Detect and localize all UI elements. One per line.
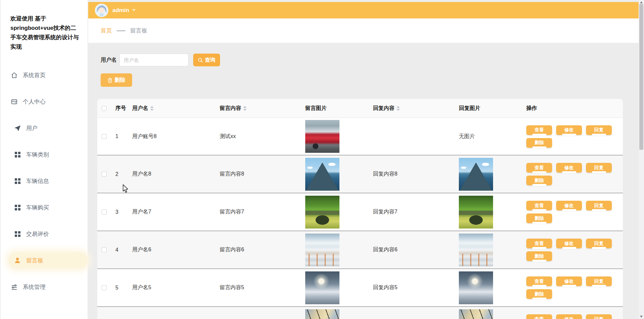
reply-button[interactable]: 回复 <box>586 314 612 319</box>
row-index: 2 <box>111 155 127 193</box>
scroll-down-icon[interactable] <box>640 316 643 318</box>
sidebar: 欢迎使用 基于springboot+vue技术的二手车交易管理系统的设计与实现 … <box>0 0 88 319</box>
sidebar-item-label: 车辆信息 <box>26 177 49 185</box>
row-index <box>111 307 127 319</box>
delete-button[interactable]: 删除 <box>526 289 552 299</box>
sidebar-item-1[interactable]: 个人中心 <box>0 93 88 110</box>
edit-button[interactable]: 修改 <box>556 125 582 135</box>
delete-row: 删除 <box>101 73 639 87</box>
avatar[interactable] <box>95 4 108 17</box>
sidebar-item-3[interactable]: 车辆类别 <box>0 146 88 163</box>
row-message-content: 测试xx <box>215 118 300 155</box>
sidebar-item-label: 个人中心 <box>23 98 46 106</box>
reply-button[interactable]: 回复 <box>586 239 612 248</box>
sidebar-item-8[interactable]: 系统管理 <box>0 279 88 295</box>
message-image <box>305 309 339 319</box>
breadcrumb: 首页 留言板 <box>88 18 639 43</box>
sort-icon[interactable] <box>396 106 400 111</box>
main-area: admin 首页 留言板 用户名 查询 <box>88 0 639 319</box>
view-button[interactable]: 查看 <box>526 239 552 248</box>
app-window: 欢迎使用 基于springboot+vue技术的二手车交易管理系统的设计与实现 … <box>0 0 644 319</box>
reply-button[interactable]: 回复 <box>586 125 612 135</box>
sidebar-item-label: 用户 <box>26 124 38 132</box>
sort-icon[interactable] <box>243 106 247 111</box>
column-header: 操作 <box>522 99 623 118</box>
sidebar-item-label: 留言板 <box>26 257 43 264</box>
reply-button[interactable]: 回复 <box>586 201 612 210</box>
row-index: 4 <box>111 231 127 268</box>
reply-button[interactable]: 回复 <box>586 276 612 286</box>
user-icon <box>14 257 21 264</box>
row-checkbox[interactable] <box>102 209 107 214</box>
table-row: 查看修改回复删除 <box>97 306 623 319</box>
search-icon <box>198 58 203 63</box>
column-header: 用户名 <box>127 99 215 118</box>
grid-icon <box>14 151 21 158</box>
bulk-delete-button[interactable]: 删除 <box>101 73 132 87</box>
row-username: 用户账号8 <box>127 118 215 155</box>
edit-button[interactable]: 修改 <box>556 163 582 173</box>
vertical-scrollbar[interactable] <box>639 0 644 319</box>
row-reply-content: 回复内容8 <box>367 155 454 193</box>
row-checkbox[interactable] <box>102 247 107 252</box>
table-row: 2用户名8留言内容8回复内容8查看修改回复删除 <box>97 155 623 193</box>
row-checkbox[interactable] <box>102 134 107 139</box>
edit-button[interactable]: 修改 <box>556 239 582 248</box>
view-button[interactable]: 查看 <box>526 125 552 135</box>
user-menu[interactable]: admin <box>112 7 136 14</box>
delete-button[interactable]: 删除 <box>526 176 552 185</box>
search-input[interactable] <box>119 54 189 66</box>
sidebar-item-5[interactable]: 车辆购买 <box>0 199 88 215</box>
edit-button[interactable]: 修改 <box>556 314 582 319</box>
table-card: 序号用户名留言内容留言图片回复内容回复图片操作 1用户账号8测试xx无图片查看修… <box>97 99 623 319</box>
reply-image <box>459 271 493 304</box>
reply-button[interactable]: 回复 <box>586 163 612 173</box>
sidebar-item-0[interactable]: 系统首页 <box>0 67 88 83</box>
column-header: 回复图片 <box>454 99 522 118</box>
reply-image <box>459 309 493 319</box>
view-button[interactable]: 查看 <box>526 314 552 319</box>
sidebar-item-4[interactable]: 车辆信息 <box>0 173 88 189</box>
breadcrumb-home[interactable]: 首页 <box>101 27 112 35</box>
column-header: 留言图片 <box>300 99 367 118</box>
scrollbar-thumb[interactable] <box>639 4 643 150</box>
row-checkbox[interactable] <box>102 285 107 290</box>
row-username: 用户名5 <box>127 269 215 306</box>
edit-button[interactable]: 修改 <box>556 276 582 286</box>
delete-button[interactable]: 删除 <box>526 251 552 261</box>
sidebar-title: 欢迎使用 基于springboot+vue技术的二手车交易管理系统的设计与实现 <box>10 14 79 52</box>
query-button[interactable]: 查询 <box>193 54 220 66</box>
sidebar-item-2[interactable]: 用户 <box>0 120 88 136</box>
edit-button[interactable]: 修改 <box>556 201 582 210</box>
panel-icon <box>10 98 18 105</box>
table-row: 4用户名6留言内容6回复内容6查看修改回复删除 <box>97 231 623 268</box>
row-index: 1 <box>111 118 127 155</box>
chevron-down-icon <box>132 9 136 11</box>
row-index: 5 <box>111 269 127 306</box>
sidebar-item-6[interactable]: 交易评价 <box>0 226 88 242</box>
row-username <box>127 307 215 319</box>
row-message-content: 留言内容8 <box>215 155 300 193</box>
sliders-icon <box>10 283 18 291</box>
row-message-content <box>215 307 300 319</box>
view-button[interactable]: 查看 <box>526 163 552 173</box>
sidebar-menu: 系统首页个人中心用户车辆类别车辆信息车辆购买交易评价留言板系统管理 <box>0 67 88 295</box>
table-body: 1用户账号8测试xx无图片查看修改回复删除2用户名8留言内容8回复内容8查看修改… <box>97 118 623 319</box>
table-row: 1用户账号8测试xx无图片查看修改回复删除 <box>97 118 623 155</box>
delete-button[interactable]: 删除 <box>526 138 552 148</box>
table-row: 5用户名5留言内容5回复内容5查看修改回复删除 <box>97 268 623 306</box>
reply-image <box>459 234 493 266</box>
scroll-up-icon[interactable] <box>640 1 643 3</box>
sort-icon[interactable] <box>150 106 154 111</box>
select-all-checkbox[interactable] <box>102 106 107 111</box>
row-message-content: 留言内容5 <box>215 269 300 306</box>
row-checkbox[interactable] <box>102 172 107 177</box>
sidebar-item-label: 车辆购买 <box>26 204 49 211</box>
sidebar-item-label: 系统首页 <box>23 71 46 79</box>
sidebar-item-7[interactable]: 留言板 <box>8 252 88 268</box>
view-button[interactable]: 查看 <box>526 276 552 286</box>
message-image <box>305 120 339 153</box>
no-image-text: 无图片 <box>459 133 475 140</box>
view-button[interactable]: 查看 <box>526 201 552 210</box>
delete-button[interactable]: 删除 <box>526 213 552 223</box>
